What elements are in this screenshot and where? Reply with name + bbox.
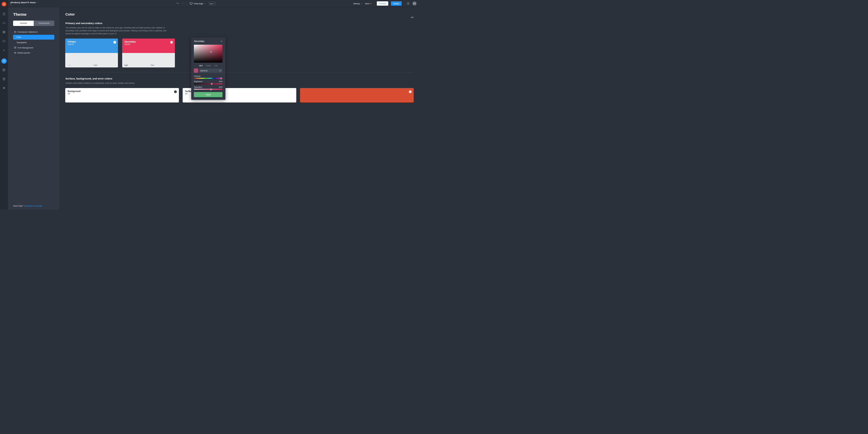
- left-rail: 8 fx: [0, 0, 8, 209]
- section-title-primary: Primary and secondary colors: [65, 22, 413, 25]
- close-icon[interactable]: ✕: [221, 40, 222, 42]
- svg-rect-2: [3, 31, 4, 32]
- separator: [65, 72, 413, 73]
- color-picker-popover: Secondary ✕ HEX RGBA LAB #9E3F60: [191, 37, 225, 100]
- save-button[interactable]: Save: [365, 2, 371, 5]
- zoom-stepper[interactable]: ▴▾: [214, 2, 214, 4]
- primary-dark: Dark: [92, 53, 118, 67]
- primary-label: Primary: [68, 41, 116, 43]
- preview-button[interactable]: Preview: [377, 1, 388, 6]
- format-lab[interactable]: LAB: [214, 65, 218, 67]
- topbar: [ProServ] Jebel-FT: Home / Extra large: [8, 0, 419, 7]
- viewport-label: Extra large: [194, 2, 203, 5]
- settings-icon[interactable]: [1, 86, 6, 91]
- theme-tree: Framework: Material UI Color Typography …: [13, 29, 54, 55]
- primary-light: Light: [65, 53, 92, 67]
- deploy-button[interactable]: Deploy: [391, 1, 402, 6]
- database-icon[interactable]: [1, 77, 6, 82]
- code-toggle-icon[interactable]: <>: [411, 16, 413, 19]
- section-desc-surface: Surface colors affect surfaces of compon…: [65, 82, 171, 85]
- content-area: Color <> Primary and secondary colors Yo…: [60, 7, 419, 209]
- assets-icon[interactable]: [1, 67, 6, 73]
- project-title: [ProServ] Jebel-FT: Home: [11, 1, 36, 4]
- gamma-label: Gamma: [194, 75, 200, 77]
- background-label: Background: [68, 90, 177, 93]
- primary-hex: #09a7fa: [68, 44, 116, 45]
- background-swatch[interactable]: Background #fff: [65, 88, 179, 103]
- logo[interactable]: 8: [2, 2, 6, 6]
- redo-icon: [182, 2, 184, 4]
- spectrum-field[interactable]: [194, 45, 222, 63]
- check-icon: [113, 41, 116, 44]
- theme-sidebar: Theme General Components Framework: Mate…: [8, 7, 60, 209]
- tree-typography[interactable]: Typography: [13, 40, 54, 45]
- tree-color[interactable]: Color: [13, 35, 54, 40]
- secondary-swatch[interactable]: Secondary #f50057 Light Dark: [122, 38, 175, 67]
- apply-button[interactable]: Apply: [194, 92, 222, 97]
- hex-preview-swatch: [194, 68, 198, 73]
- path: /: [11, 4, 39, 6]
- svg-rect-3: [4, 31, 5, 32]
- content-heading: Color: [65, 12, 413, 16]
- unsaved-indicator: [370, 3, 371, 4]
- brightness-value: 62%: [219, 81, 223, 82]
- help-link[interactable]: Visit 8base University: [24, 205, 42, 207]
- secondary-dark: Dark: [148, 53, 175, 67]
- copy-icon[interactable]: [220, 70, 221, 72]
- format-rgba[interactable]: RGBA: [206, 65, 211, 67]
- brightness-label: Brightness: [194, 81, 203, 82]
- error-swatch[interactable]: !: [300, 88, 413, 103]
- theme-tabs: General Components: [13, 21, 54, 26]
- secondary-hex: #f50057: [125, 44, 173, 45]
- components-icon[interactable]: [1, 29, 6, 34]
- error-icon: !: [409, 90, 411, 93]
- hex-input[interactable]: #9E3F60: [199, 68, 222, 73]
- secondary-label: Secondary: [125, 41, 173, 43]
- format-tabs: HEX RGBA LAB: [194, 65, 222, 67]
- svg-rect-17: [14, 31, 16, 33]
- svg-rect-14: [190, 2, 192, 4]
- tree-media[interactable]: Media Queries: [13, 50, 54, 55]
- zoom-input[interactable]: auto ▴▾: [209, 2, 216, 5]
- functions-icon[interactable]: fx: [1, 48, 6, 53]
- viewport-selector[interactable]: Extra large: [190, 2, 206, 5]
- svg-rect-20: [220, 70, 221, 71]
- check-icon: [170, 41, 173, 44]
- help-icon[interactable]: [407, 2, 410, 5]
- breadcrumb[interactable]: [ProServ] Jebel-FT: Home /: [11, 1, 39, 6]
- tab-general[interactable]: General: [13, 21, 34, 26]
- avatar[interactable]: S S: [412, 1, 416, 6]
- undo-icon[interactable]: [177, 2, 179, 4]
- pages-icon[interactable]: [1, 11, 6, 16]
- api-icon[interactable]: [1, 20, 6, 25]
- theme-icon[interactable]: [1, 58, 6, 63]
- tab-components[interactable]: Components: [34, 21, 54, 26]
- svg-rect-19: [14, 52, 16, 53]
- svg-point-11: [3, 87, 4, 88]
- background-hex: #fff: [68, 93, 177, 95]
- brightness-thumb[interactable]: [211, 83, 213, 85]
- saturation-label: Saturation: [194, 86, 202, 88]
- svg-point-10: [3, 78, 5, 79]
- zoom-value: auto: [210, 3, 213, 4]
- secondary-light: Light: [122, 53, 149, 67]
- tree-framework[interactable]: Framework: Material UI: [13, 29, 54, 34]
- format-hex[interactable]: HEX: [199, 65, 203, 67]
- gamma-slider[interactable]: [194, 78, 222, 79]
- saturation-value: 60%: [219, 86, 223, 88]
- saturation-slider[interactable]: [194, 89, 222, 90]
- page-title: Theme: [13, 12, 54, 17]
- svg-point-0: [4, 23, 4, 23]
- saturation-thumb[interactable]: [210, 89, 212, 90]
- svg-rect-4: [3, 32, 4, 33]
- backup-button[interactable]: Backup: [353, 2, 363, 5]
- section-title-surface: Surface, background, and error colors: [65, 77, 413, 80]
- svg-point-13: [3, 89, 4, 89]
- gamma-thumb[interactable]: [220, 78, 222, 80]
- cloud-icon[interactable]: [1, 38, 6, 44]
- spectrum-cursor[interactable]: [211, 51, 212, 53]
- primary-swatch[interactable]: Primary #09a7fa Light Dark: [65, 38, 118, 67]
- tree-fonts[interactable]: Font Management: [13, 45, 54, 50]
- brightness-slider[interactable]: [194, 84, 222, 84]
- svg-point-12: [4, 88, 4, 88]
